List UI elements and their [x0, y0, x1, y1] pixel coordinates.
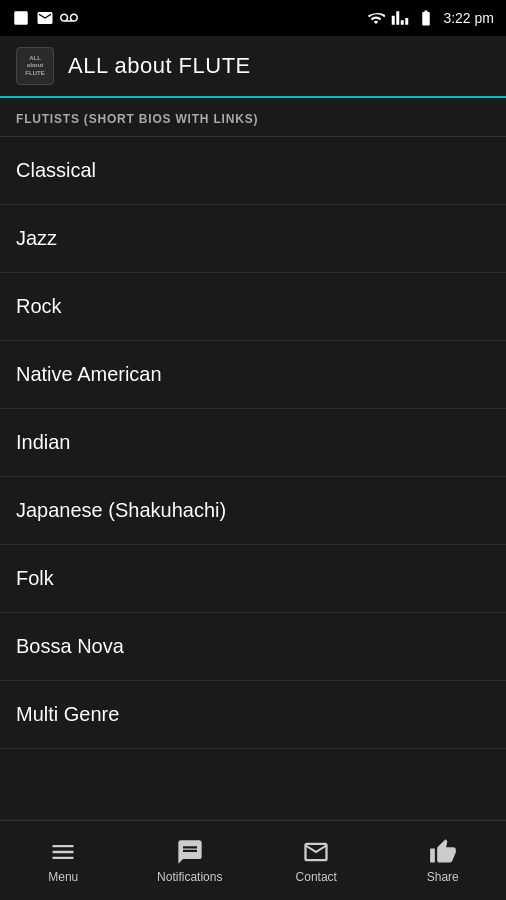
nav-item-share[interactable]: Share [380, 838, 507, 884]
time-display: 3:22 pm [443, 10, 494, 26]
list-item[interactable]: Folk [0, 545, 506, 613]
nav-item-notifications[interactable]: Notifications [127, 838, 254, 884]
wifi-icon [367, 9, 385, 27]
list-item[interactable]: Jazz [0, 205, 506, 273]
image-icon [12, 9, 30, 27]
list-item[interactable]: Bossa Nova [0, 613, 506, 681]
status-bar: 3:22 pm [0, 0, 506, 36]
share-icon [429, 838, 457, 866]
voicemail-icon [60, 9, 78, 27]
status-right-icons: 3:22 pm [367, 9, 494, 27]
notifications-label: Notifications [157, 870, 222, 884]
flutists-list: ClassicalJazzRockNative AmericanIndianJa… [0, 137, 506, 820]
menu-icon [49, 838, 77, 866]
nav-item-menu[interactable]: Menu [0, 838, 127, 884]
gmail-icon [36, 9, 54, 27]
status-left-icons [12, 9, 78, 27]
notifications-icon [176, 838, 204, 866]
section-header: FLUTISTS (SHORT BIOS WITH LINKS) [0, 98, 506, 137]
app-title: ALL about FLUTE [68, 53, 251, 79]
list-item[interactable]: Classical [0, 137, 506, 205]
list-item[interactable]: Indian [0, 409, 506, 477]
list-item[interactable]: Native American [0, 341, 506, 409]
list-item[interactable]: Rock [0, 273, 506, 341]
signal-icon [391, 9, 409, 27]
nav-item-contact[interactable]: Contact [253, 838, 380, 884]
bottom-navigation: Menu Notifications Contact Share [0, 820, 506, 900]
app-header: ALLaboutFLUTE ALL about FLUTE [0, 36, 506, 98]
list-item[interactable]: Japanese (Shakuhachi) [0, 477, 506, 545]
list-item[interactable]: Multi Genre [0, 681, 506, 749]
battery-icon [415, 9, 437, 27]
contact-icon [302, 838, 330, 866]
contact-label: Contact [296, 870, 337, 884]
app-logo: ALLaboutFLUTE [16, 47, 54, 85]
menu-label: Menu [48, 870, 78, 884]
share-label: Share [427, 870, 459, 884]
